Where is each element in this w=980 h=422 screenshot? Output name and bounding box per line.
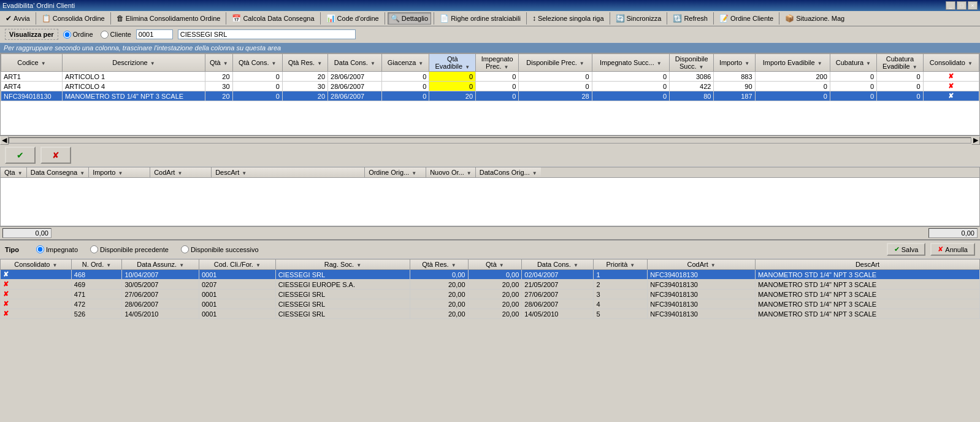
radio-cliente-label: Cliente [110,31,131,38]
col-header-qta-res[interactable]: Qtà Res. ▼ [282,54,327,72]
list-item[interactable]: ✘47127/06/20070001CIESSEGI SRL20,0020,00… [1,290,980,299]
radio-ordine-input[interactable] [63,31,71,39]
list-item[interactable]: ✘46810/04/20070001CIESSEGI SRL0,000,0002… [1,270,980,280]
calcola-data-button[interactable]: 📅 Calcola Data Consegna [229,12,317,25]
tipo-section: Tipo Impegnato Disponibile precedente Di… [0,240,980,259]
list-item[interactable]: ✘46930/05/20070207CIESSEGI EUROPE S.A.20… [1,280,980,290]
refresh-button[interactable]: 🔃 Refresh [670,12,711,25]
refresh-label: Refresh [684,15,708,22]
bt-col-qta-res[interactable]: Qtà Res. ▼ [410,259,468,270]
col-header-cubatura-evadibile[interactable]: CubaturaEvadibile ▼ [877,54,924,72]
col-header-importo-evadibile[interactable]: Importo Evadibile ▼ [755,54,830,72]
tipo-label: Tipo [5,246,19,253]
elimina-consolidamento-button[interactable]: 🗑 Elimina Consolidamento Ordine [113,12,224,25]
situazione-mag-button[interactable]: 📦 Situazione. Mag [782,12,848,25]
list-item[interactable]: ✘52614/05/20100001CIESSEGI SRL20,0020,00… [1,309,980,319]
lower-col-datacons-orig[interactable]: DataCons Orig... ▼ [476,167,541,177]
tipo-impegnato[interactable]: Impegnato [36,245,78,253]
total-bar: 0,00 0,00 [0,226,980,239]
tipo-disponibile-succ[interactable]: Disponibile successivo [181,245,259,253]
table-row[interactable]: ART1ARTICOLO 12002028/06/200700000308688… [1,72,979,82]
scroll-left-btn[interactable]: ◀ [0,136,9,145]
col-header-qta[interactable]: Qtà ▼ [205,54,232,72]
total-right: 0,00 [928,228,978,238]
minimize-btn[interactable]: _ [946,1,955,10]
bt-col-consolidato[interactable]: Consolidato ▼ [1,259,72,270]
col-header-descrizione[interactable]: Descrizione ▼ [62,54,205,72]
lower-col-ordine-orig[interactable]: Ordine Orig... ▼ [365,167,426,177]
salva-button[interactable]: ✔ Salva [887,243,926,256]
righe-ordine-button[interactable]: 📄 Righe ordine stralciabili [437,12,524,25]
calcola-icon: 📅 [232,14,241,23]
confirm-button[interactable]: ✔ [5,147,36,164]
lower-data-area [0,177,980,226]
lower-col-importo[interactable]: Importo ▼ [89,167,150,177]
table-row[interactable]: NFC394018130MANOMETRO STD 1/4" NPT 3 SCA… [1,91,979,101]
separator-9 [667,12,667,25]
lower-col-nuovo-or[interactable]: Nuovo Or... ▼ [426,167,476,177]
radio-ordine[interactable]: Ordine [63,31,93,39]
maximize-btn[interactable]: □ [957,1,967,10]
col-header-qta-cons[interactable]: Qtà Cons. ▼ [232,54,282,72]
col-header-cubatura[interactable]: Cubatura ▼ [830,54,876,72]
visualizza-label: Visualizza per [5,29,58,40]
dettaglio-button[interactable]: 🔍 Dettaglio [388,12,431,25]
bt-col-descart[interactable]: DescArt [755,259,979,270]
bt-col-cod-cli-for[interactable]: Cod. Cli./For. ▼ [199,259,275,270]
consolida-ordine-button[interactable]: 📋 Consolida Ordine [39,12,108,25]
toolbar: ✔ Avvia 📋 Consolida Ordine 🗑 Elimina Con… [0,11,980,26]
name-input[interactable] [178,29,356,39]
code-input[interactable] [136,29,173,39]
tipo-impegnato-radio[interactable] [36,245,44,253]
lower-col-codart[interactable]: CodArt ▼ [150,167,212,177]
col-header-impegnato-prec[interactable]: ImpegnatoPrec. ▼ [476,54,519,72]
annulla-button[interactable]: ✘ Annulla [930,243,975,256]
scroll-right-btn[interactable]: ▶ [971,136,980,145]
lower-col-data-consegna[interactable]: Data Consegna ▼ [27,167,89,177]
lower-col-qta[interactable]: Qta ▼ [1,167,27,177]
col-header-data-cons[interactable]: Data Cons. ▼ [328,54,382,72]
bt-col-qta[interactable]: Qtà ▼ [468,259,522,270]
col-header-qta-evadibile[interactable]: QtàEvadibile ▼ [429,54,476,72]
code-ordine-button[interactable]: 📊 Code d'ordine [323,12,382,25]
bt-col-nord[interactable]: N. Ord. ▼ [71,259,122,270]
bt-col-codart[interactable]: CodArt ▼ [648,259,756,270]
selezione-singola-button[interactable]: ↕ Selezione singola riga [529,12,607,25]
sincronizza-button[interactable]: 🔄 Sincronizza [613,12,665,25]
radio-cliente[interactable]: Cliente [101,31,131,39]
col-header-codice[interactable]: Codice ▼ [1,54,63,72]
tipo-disponibile-prec[interactable]: Disponibile precedente [90,245,169,253]
lower-table-header: Qta ▼ Data Consegna ▼ Importo ▼ CodArt ▼… [0,167,980,177]
title-text: Evadibilita' Ordini Clienti [2,2,75,9]
bt-col-rag-soc[interactable]: Rag. Soc. ▼ [275,259,410,270]
horizontal-scrollbar[interactable]: ◀ ▶ [0,136,980,144]
col-header-disponibile-succ[interactable]: DisponibileSucc. ▼ [670,54,714,72]
ordine-cliente-button[interactable]: 📝 Ordine Cliente [716,12,776,25]
table-row[interactable]: ART4ARTICOLO 43003028/06/200700000422900… [1,82,979,91]
cancel-button[interactable]: ✘ [40,147,71,164]
bt-col-data-assunz[interactable]: Data Assunz. ▼ [122,259,199,270]
lower-col-descart[interactable]: DescArt ▼ [212,167,365,177]
situazione-label: Situazione. Mag [796,15,844,22]
separator-6 [434,12,434,25]
tipo-disp-succ-radio[interactable] [181,245,189,253]
title-bar: Evadibilita' Ordini Clienti _ □ × [0,0,980,11]
bt-col-priorita[interactable]: Priorità ▼ [594,259,648,270]
avvia-button[interactable]: ✔ Avvia [2,12,33,25]
bt-col-data-cons[interactable]: Data Cons. ▼ [522,259,594,270]
salva-label: Salva [902,246,919,253]
col-header-importo[interactable]: Importo ▼ [714,54,755,72]
col-header-consolidato[interactable]: Consolidato ▼ [923,54,979,72]
col-header-giacenza[interactable]: Giacenza ▼ [381,54,429,72]
main-table: Codice ▼ Descrizione ▼ Qtà ▼ Qtà Cons. ▼… [1,53,979,101]
ordine-icon: 📝 [719,14,729,23]
separator-1 [36,12,36,25]
radio-cliente-input[interactable] [101,31,109,39]
calcola-label: Calcola Data Consegna [243,15,314,22]
list-item[interactable]: ✘47228/06/20070001CIESSEGI SRL20,0020,00… [1,299,980,309]
col-header-impegnato-succ[interactable]: Impegnato Succ... ▼ [592,54,669,72]
scroll-track[interactable] [9,137,971,144]
tipo-disp-prec-radio[interactable] [90,245,98,253]
close-btn[interactable]: × [968,1,978,10]
col-header-disponibile-prec[interactable]: Disponibile Prec. ▼ [519,54,592,72]
